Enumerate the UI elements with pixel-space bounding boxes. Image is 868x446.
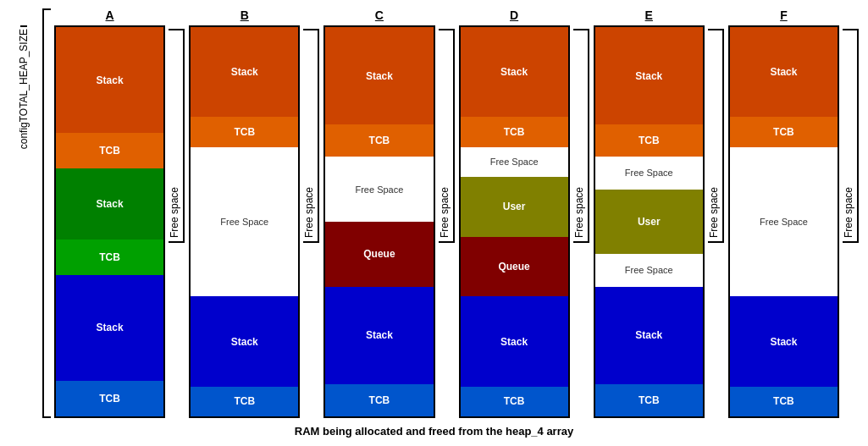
seg-C-3: Queue (325, 222, 433, 287)
seg-A-4: Stack (56, 275, 163, 381)
seg-E-6: TCB (595, 384, 703, 416)
column-B: BStackTCBFree SpaceStackTCB (185, 8, 303, 418)
heap-box-A: StackTCBStackTCBStackTCB (54, 25, 165, 418)
seg-D-6: TCB (461, 387, 568, 416)
column-wrapper-C: CStackTCBFree SpaceQueueStackTCBFree spa… (320, 8, 455, 418)
column-F: FStackTCBFree SpaceStackTCB (725, 8, 843, 418)
seg-F-2: Free Space (730, 147, 838, 297)
heap-box-E: StackTCBFree SpaceUserFree SpaceStackTCB (594, 25, 705, 418)
heap-box-C: StackTCBFree SpaceQueueStackTCB (323, 25, 434, 418)
main-container: configTOTAL_HEAP_SIZE AStackTCBStackTCBS… (8, 8, 860, 418)
seg-B-2: Free Space (191, 147, 298, 297)
seg-E-4: Free Space (595, 254, 703, 286)
heap-box-B: StackTCBFree SpaceStackTCB (189, 25, 300, 418)
seg-D-4: Queue (461, 237, 568, 297)
column-wrapper-B: BStackTCBFree SpaceStackTCBFree space (185, 8, 320, 418)
seg-C-4: Stack (325, 287, 433, 384)
left-brace-line (42, 8, 51, 418)
seg-C-2: Free Space (325, 157, 433, 222)
seg-A-0: Stack (56, 27, 163, 133)
free-space-label-B: Free space (303, 29, 319, 243)
free-space-label-D: Free space (573, 29, 589, 243)
heap-size-label: configTOTAL_HEAP_SIZE (18, 29, 30, 149)
seg-B-1: TCB (191, 117, 298, 146)
seg-E-1: TCB (595, 124, 703, 157)
seg-F-1: TCB (730, 117, 838, 146)
free-space-label-A: Free space (169, 29, 185, 243)
seg-C-5: TCB (325, 384, 433, 416)
free-space-bracket-B: Free space (303, 8, 320, 418)
seg-D-1: TCB (461, 117, 568, 146)
seg-C-1: TCB (325, 124, 433, 157)
column-wrapper-E: EStackTCBFree SpaceUserFree SpaceStackTC… (590, 8, 725, 418)
free-space-bracket-D: Free space (573, 8, 590, 418)
seg-C-0: Stack (325, 27, 433, 124)
seg-E-5: Stack (595, 287, 703, 384)
seg-D-3: User (461, 177, 568, 237)
left-brace (39, 8, 51, 418)
free-space-bracket-F: Free space (843, 8, 860, 418)
seg-B-0: Stack (191, 27, 298, 117)
free-space-bracket-C: Free space (439, 8, 456, 418)
seg-F-3: Stack (730, 296, 838, 386)
seg-D-2: Free Space (461, 147, 568, 177)
column-A: AStackTCBStackTCBStackTCB (51, 8, 169, 418)
seg-E-2: Free Space (595, 157, 703, 189)
seg-A-3: TCB (56, 240, 163, 275)
seg-D-0: Stack (461, 27, 568, 117)
column-header-A: A (106, 8, 114, 22)
column-C: CStackTCBFree SpaceQueueStackTCB (320, 8, 438, 418)
free-space-label-C: Free space (439, 29, 455, 243)
footer-text: RAM being allocated and freed from the h… (295, 425, 573, 438)
column-header-C: C (375, 8, 384, 22)
seg-B-4: TCB (191, 387, 298, 416)
column-header-F: F (780, 8, 788, 22)
seg-A-1: TCB (56, 133, 163, 168)
free-space-bracket-E: Free space (708, 8, 725, 418)
seg-A-2: Stack (56, 168, 163, 240)
free-space-bracket-A: Free space (169, 8, 185, 418)
seg-D-5: Stack (461, 296, 568, 386)
column-header-E: E (645, 8, 653, 22)
column-header-B: B (240, 8, 249, 22)
heap-box-F: StackTCBFree SpaceStackTCB (728, 25, 839, 418)
columns-area: AStackTCBStackTCBStackTCBFree spaceBStac… (51, 8, 860, 418)
top-dash (20, 25, 27, 27)
column-E: EStackTCBFree SpaceUserFree SpaceStackTC… (590, 8, 708, 418)
seg-F-4: TCB (730, 387, 838, 416)
seg-E-0: Stack (595, 27, 703, 124)
seg-E-3: User (595, 190, 703, 255)
seg-F-0: Stack (730, 27, 838, 117)
column-wrapper-F: FStackTCBFree SpaceStackTCBFree space (725, 8, 860, 418)
free-space-label-F: Free space (843, 29, 859, 243)
seg-B-3: Stack (191, 296, 298, 386)
heap-box-D: StackTCBFree SpaceUserQueueStackTCB (459, 25, 570, 418)
free-space-label-E: Free space (708, 29, 724, 243)
column-header-D: D (510, 8, 518, 22)
column-wrapper-A: AStackTCBStackTCBStackTCBFree space (51, 8, 185, 418)
column-wrapper-D: DStackTCBFree SpaceUserQueueStackTCBFree… (456, 8, 590, 418)
heap-size-label-area: configTOTAL_HEAP_SIZE (8, 8, 39, 418)
column-D: DStackTCBFree SpaceUserQueueStackTCB (456, 8, 573, 418)
seg-A-5: TCB (56, 381, 163, 416)
left-side: configTOTAL_HEAP_SIZE (8, 8, 51, 418)
